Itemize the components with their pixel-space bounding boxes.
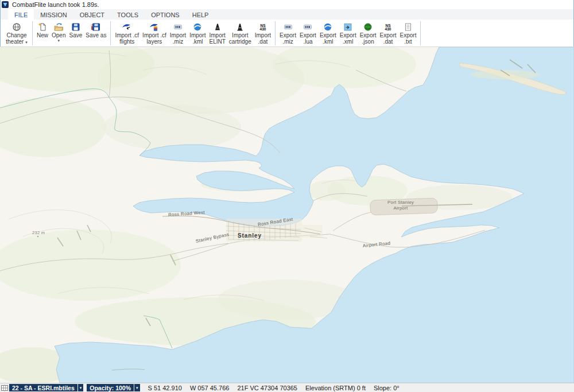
dcs-icon	[284, 21, 293, 32]
app-icon	[2, 1, 9, 8]
google-earth-icon	[323, 21, 332, 32]
dcs-icon	[173, 21, 183, 32]
import-kml-button[interactable]: Import .kml	[188, 21, 207, 45]
new-button[interactable]: New	[35, 21, 50, 40]
menu-tab-file[interactable]: FILE	[8, 9, 34, 20]
menu-tab-object[interactable]: OBJECT	[73, 9, 111, 20]
open-button[interactable]: Open ▾	[50, 21, 67, 43]
ribbon-toolbar: Change theater ▾ New Open ▾	[0, 20, 574, 47]
export-kml-button[interactable]: Export .kml	[318, 21, 338, 45]
cartridge-tower-icon	[235, 21, 245, 32]
app-window: CombatFlite launch took 1.89s. FILE MISS…	[0, 0, 574, 392]
town-label-stanley: Stanley	[238, 232, 262, 239]
import-miz-button[interactable]: Import .miz	[168, 21, 188, 45]
export-miz-button[interactable]: Export .miz	[278, 21, 298, 45]
toolbar-separator	[32, 21, 33, 45]
export-json-button[interactable]: Export .json	[358, 21, 378, 45]
xml-plane-icon: ✈	[343, 21, 352, 32]
combatflite-jet-icon	[122, 21, 132, 32]
save-as-floppy-icon	[91, 21, 101, 32]
opacity-caret-icon[interactable]: ▾	[134, 384, 140, 391]
window-title: CombatFlite launch took 1.89s.	[12, 1, 99, 8]
open-dropdown-caret-icon[interactable]: ▾	[57, 39, 60, 42]
save-as-button[interactable]: Save as	[84, 21, 108, 40]
map-viewport[interactable]: Ross Road West Ross Road East Stanley St…	[0, 47, 574, 383]
change-theater-button[interactable]: Change theater ▾	[3, 21, 30, 45]
export-lua-button[interactable]: Export .lua	[298, 21, 318, 45]
menu-tab-help[interactable]: HELP	[186, 9, 215, 20]
svg-text:✈: ✈	[346, 24, 350, 30]
status-grid-reference: 21F VC 47304 70365	[237, 385, 297, 391]
toolbar-separator	[420, 21, 421, 45]
title-bar: CombatFlite launch took 1.89s.	[0, 0, 574, 9]
status-longitude: W 057 45.766	[190, 385, 230, 391]
status-slope: Slope: 0°	[374, 385, 400, 391]
opacity-selector[interactable]: Opacity: 100%	[87, 384, 134, 391]
export-dat-button[interactable]: NS 430 Export .dat	[378, 21, 398, 45]
save-floppy-icon	[71, 21, 80, 32]
antenna-icon	[213, 21, 222, 32]
menu-tab-options[interactable]: OPTIONS	[145, 9, 186, 20]
dropdown-caret-icon[interactable]: ▾	[25, 40, 28, 44]
map-canvas[interactable]	[0, 47, 574, 383]
tile-grid-icon	[1, 385, 8, 391]
export-txt-button[interactable]: Export .txt	[398, 21, 418, 45]
ns430-icon: NS 430	[258, 21, 267, 32]
status-bar: 22 - SA - ESRI.mbtiles ▾ Opacity: 100% ▾…	[0, 383, 574, 392]
svg-text:430: 430	[385, 27, 391, 31]
open-folder-icon	[54, 21, 64, 32]
tile-source-caret-icon[interactable]: ▾	[78, 384, 84, 391]
svg-text:430: 430	[259, 27, 266, 31]
status-elevation: Elevation (SRTM) 0 ft	[305, 385, 366, 391]
menu-tab-tools[interactable]: TOOLS	[111, 9, 145, 20]
dcs-icon	[303, 21, 312, 32]
json-globe-icon	[363, 21, 373, 32]
peak-elevation-label: 232 m	[32, 230, 45, 235]
menu-tab-mission[interactable]: MISSION	[34, 9, 73, 20]
import-cf-layers-button[interactable]: Import .cf layers	[141, 21, 168, 45]
airport-label: Port Stanley Airport	[376, 200, 425, 211]
text-document-icon	[404, 21, 413, 32]
ns430-icon: NS 430	[383, 21, 393, 32]
toolbar-separator	[275, 21, 276, 45]
new-document-icon	[38, 21, 47, 32]
combatflite-layers-icon	[149, 21, 160, 32]
import-cartridge-button[interactable]: Import cartridge	[227, 21, 253, 45]
export-xml-button[interactable]: ✈ Export .xml	[338, 21, 358, 45]
import-cf-flights-button[interactable]: Import .cf flights	[113, 21, 141, 45]
peak-marker	[37, 236, 38, 237]
toolbar-separator	[110, 21, 111, 45]
google-earth-icon	[193, 21, 202, 32]
menu-bar: FILE MISSION OBJECT TOOLS OPTIONS HELP	[0, 9, 574, 20]
status-latitude: S 51 42.910	[148, 385, 182, 391]
import-dat-button[interactable]: NS 430 Import .dat	[253, 21, 273, 45]
import-elint-button[interactable]: Import ELINT	[207, 21, 227, 45]
save-button[interactable]: Save	[67, 21, 84, 40]
globe-icon	[12, 21, 21, 32]
tile-source-selector[interactable]: 22 - SA - ESRI.mbtiles	[9, 384, 77, 391]
